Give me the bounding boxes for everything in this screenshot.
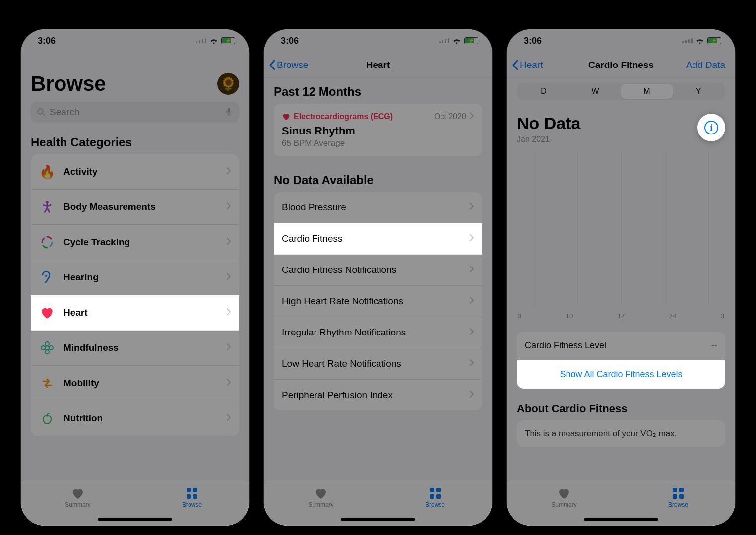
ecg-result: Sinus Rhythm — [282, 125, 474, 137]
chevron-left-icon — [512, 60, 519, 70]
battery-icon: ⚡ — [221, 37, 235, 44]
nav-bar: Heart Cardio Fitness Add Data — [507, 52, 735, 78]
mobility-icon — [39, 375, 56, 392]
chevron-right-icon — [469, 265, 474, 275]
time-range-segmented[interactable]: D W M Y — [517, 83, 725, 100]
chevron-right-icon — [226, 378, 231, 388]
grid-icon — [671, 486, 686, 500]
mindfulness-icon — [39, 339, 56, 356]
svg-rect-2 — [228, 108, 230, 113]
chart-empty: 3 10 17 24 3 — [517, 151, 725, 320]
svg-rect-18 — [673, 488, 677, 492]
chevron-right-icon — [469, 112, 474, 122]
segment-d[interactable]: D — [518, 84, 569, 99]
status-bar: 3:06 ⚡ — [507, 29, 735, 52]
section-past-12-months: Past 12 Months — [264, 78, 492, 104]
chevron-right-icon — [469, 359, 474, 369]
back-button[interactable]: Browse — [269, 60, 308, 70]
category-activity[interactable]: 🔥 Activity — [31, 154, 239, 190]
level-label: Cardio Fitness Level — [525, 340, 606, 351]
back-button[interactable]: Heart — [512, 60, 543, 70]
svg-rect-11 — [193, 488, 197, 492]
svg-rect-16 — [430, 494, 434, 499]
heart-fill-icon — [70, 486, 85, 500]
chevron-right-icon — [469, 296, 474, 306]
wifi-icon — [695, 37, 704, 44]
status-time: 3:06 — [524, 36, 542, 46]
nutrition-icon — [39, 410, 56, 427]
svg-point-4 — [45, 275, 47, 277]
item-cardio-fitness[interactable]: Cardio Fitness — [274, 223, 482, 255]
search-input[interactable]: Search — [31, 102, 239, 123]
svg-rect-17 — [436, 494, 441, 499]
heart-fill-icon — [557, 486, 571, 500]
nav-title: Heart — [366, 60, 390, 70]
no-data-date: Jan 2021 — [517, 135, 580, 144]
chevron-right-icon — [469, 202, 474, 212]
about-title: About Cardio Fitness — [507, 389, 735, 420]
category-body-measurements[interactable]: Body Measurements — [31, 190, 239, 225]
profile-avatar[interactable]: 🌻 — [217, 73, 239, 95]
info-button-highlight: i — [697, 114, 725, 141]
wifi-icon — [452, 37, 461, 44]
category-mindfulness[interactable]: Mindfulness — [31, 331, 239, 366]
category-heart[interactable]: Heart — [31, 295, 239, 331]
screen-browse: 3:06 ⚡ Browse 🌻 Search Health Categories… — [21, 29, 249, 526]
item-low-heart-rate-notifications[interactable]: Low Heart Rate Notifications — [274, 348, 482, 380]
body-icon — [39, 199, 56, 215]
category-cycle-tracking[interactable]: Cycle Tracking — [31, 225, 239, 260]
grid-icon — [428, 486, 442, 500]
status-bar: 3:06 ⚡ — [21, 29, 249, 52]
item-irregular-rhythm-notifications[interactable]: Irregular Rhythm Notifications — [274, 317, 482, 348]
search-icon — [37, 108, 46, 117]
grid-icon — [185, 486, 199, 500]
chevron-right-icon — [226, 413, 231, 423]
item-cardio-fitness-notifications[interactable]: Cardio Fitness Notifications — [274, 255, 482, 286]
home-indicator[interactable] — [584, 518, 658, 521]
level-row[interactable]: Cardio Fitness Level -- — [517, 332, 725, 360]
svg-rect-20 — [673, 494, 677, 499]
category-hearing[interactable]: Hearing — [31, 260, 239, 295]
mic-icon[interactable] — [224, 108, 233, 117]
home-indicator[interactable] — [341, 518, 415, 521]
chevron-right-icon — [469, 328, 474, 337]
svg-point-9 — [49, 346, 53, 350]
item-high-heart-rate-notifications[interactable]: High Heart Rate Notifications — [274, 286, 482, 317]
battery-icon: ⚡ — [464, 37, 478, 44]
nav-bar: Browse Heart — [264, 52, 492, 78]
status-time: 3:06 — [38, 36, 56, 46]
info-icon[interactable]: i — [704, 121, 718, 134]
section-no-data: No Data Available — [264, 160, 492, 192]
search-placeholder: Search — [50, 107, 220, 118]
heart-items-list: Blood Pressure Cardio Fitness Cardio Fit… — [274, 192, 482, 410]
level-value: -- — [711, 340, 717, 351]
level-card: Cardio Fitness Level -- Show All Cardio … — [517, 332, 725, 389]
svg-point-7 — [45, 350, 49, 354]
page-title: Browse — [31, 72, 106, 96]
battery-icon: ⚡ — [707, 37, 721, 44]
segment-y[interactable]: Y — [673, 84, 724, 99]
category-nutrition[interactable]: Nutrition — [31, 401, 239, 436]
svg-point-6 — [45, 342, 49, 346]
item-peripheral-perfusion-index[interactable]: Peripheral Perfusion Index — [274, 380, 482, 410]
no-data-title: No Data — [517, 114, 580, 133]
status-bar: 3:06 ⚡ — [264, 29, 492, 52]
item-blood-pressure[interactable]: Blood Pressure — [274, 192, 482, 223]
ecg-card[interactable]: Electrocardiograms (ECG) Oct 2020 Sinus … — [274, 104, 482, 156]
categories-list: 🔥 Activity Body Measurements Cycle Track… — [31, 154, 239, 436]
category-mobility[interactable]: Mobility — [31, 366, 239, 401]
ecg-date: Oct 2020 — [434, 112, 466, 121]
chevron-right-icon — [469, 234, 474, 244]
ear-icon — [39, 269, 56, 286]
home-indicator[interactable] — [98, 518, 172, 521]
cycle-icon — [39, 234, 56, 251]
cellular-icon — [682, 38, 693, 43]
ecg-label: Electrocardiograms (ECG) — [282, 112, 393, 121]
chevron-right-icon — [469, 390, 474, 400]
screen-cardio-fitness: 3:06 ⚡ Heart Cardio Fitness Add Data D W… — [507, 29, 735, 526]
add-data-button[interactable]: Add Data — [686, 60, 725, 70]
svg-rect-14 — [430, 488, 434, 492]
show-all-levels-button[interactable]: Show All Cardio Fitness Levels — [517, 360, 725, 389]
segment-m[interactable]: M — [621, 84, 673, 99]
segment-w[interactable]: W — [569, 84, 621, 99]
